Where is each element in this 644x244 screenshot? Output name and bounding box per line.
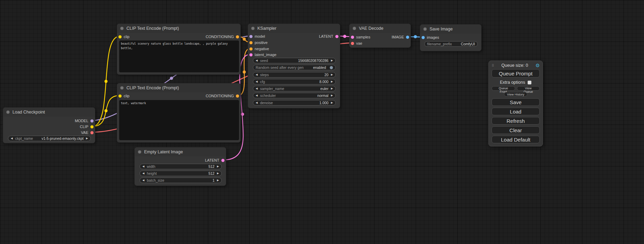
input-slot-clip[interactable]: clip: [118, 94, 130, 98]
output-slot-model[interactable]: MODEL: [75, 119, 94, 123]
node-title-bar[interactable]: VAE Decode: [350, 24, 411, 33]
increment-arrow-icon[interactable]: ▶: [217, 165, 219, 168]
ckpt-name-widget[interactable]: ◀ ckpt_name v1-5-pruned-emaonly.ckpt ▶: [8, 136, 91, 141]
filename-prefix-widget[interactable]: filename_prefix ComfyUI: [424, 41, 478, 47]
socket-dot[interactable]: [90, 131, 94, 134]
clear-button[interactable]: Clear: [492, 126, 540, 134]
cfg-widget[interactable]: ◀ cfg 8.000 ▶: [253, 79, 336, 84]
socket-dot[interactable]: [236, 94, 239, 98]
node-clip-text-encode-negative[interactable]: CLIP Text Encode (Prompt) clip CONDITION…: [117, 83, 241, 143]
width-widget[interactable]: ◀ width 512 ▶: [140, 164, 222, 169]
collapse-toggle-icon[interactable]: [251, 27, 255, 30]
negative-prompt-textarea[interactable]: text, watermark: [119, 100, 239, 140]
socket-dot[interactable]: [406, 36, 409, 39]
input-slot-positive[interactable]: positive: [249, 40, 267, 45]
input-slot-samples[interactable]: samples: [351, 35, 370, 39]
socket-dot[interactable]: [118, 94, 122, 98]
collapse-toggle-icon[interactable]: [120, 86, 124, 90]
increment-arrow-icon[interactable]: ▶: [331, 59, 333, 62]
positive-prompt-textarea[interactable]: beautiful scenery nature glass bottle la…: [119, 40, 239, 72]
node-title-bar[interactable]: KSampler: [248, 24, 340, 33]
decrement-arrow-icon[interactable]: ◀: [256, 80, 258, 83]
load-default-button[interactable]: Load Default: [492, 136, 540, 143]
collapse-toggle-icon[interactable]: [120, 27, 124, 30]
output-slot-conditioning[interactable]: CONDITIONING: [206, 94, 239, 98]
settings-gear-icon[interactable]: ⚙: [535, 63, 540, 68]
increment-arrow-icon[interactable]: ▶: [217, 179, 219, 182]
queue-front-button[interactable]: Queue Front: [492, 86, 515, 91]
output-slot-image[interactable]: IMAGE: [392, 35, 409, 39]
drag-handle-icon[interactable]: ⠿: [492, 64, 494, 67]
input-slot-model[interactable]: model: [249, 34, 265, 38]
input-slot-latent-image[interactable]: latent_image: [249, 53, 276, 57]
collapse-toggle-icon[interactable]: [423, 27, 427, 31]
extra-options-checkbox[interactable]: [528, 81, 531, 84]
socket-dot[interactable]: [236, 35, 239, 38]
height-widget[interactable]: ◀ height 512 ▶: [140, 171, 222, 176]
increment-arrow-icon[interactable]: ▶: [331, 87, 333, 90]
sampler-name-widget[interactable]: ◀ sampler_name euler ▶: [253, 86, 336, 91]
node-title-bar[interactable]: CLIP Text Encode (Prompt): [117, 83, 240, 92]
node-ksampler[interactable]: KSampler model positive negative latent_…: [248, 24, 340, 108]
socket-dot[interactable]: [335, 35, 338, 38]
node-save-image[interactable]: Save Image images filename_prefix ComfyU…: [420, 24, 482, 51]
node-empty-latent-image[interactable]: Empty Latent Image LATENT ◀ width 512 ▶ …: [134, 147, 226, 186]
input-slot-negative[interactable]: negative: [249, 47, 269, 51]
input-slot-images[interactable]: images: [422, 35, 439, 39]
decrement-arrow-icon[interactable]: ◀: [256, 101, 258, 104]
socket-dot[interactable]: [118, 35, 122, 38]
queue-prompt-button[interactable]: Queue Prompt: [492, 69, 540, 78]
view-queue-button[interactable]: View Queue: [517, 86, 540, 91]
socket-dot[interactable]: [422, 36, 425, 39]
socket-dot[interactable]: [249, 41, 253, 44]
collapse-toggle-icon[interactable]: [138, 150, 141, 154]
save-button[interactable]: Save: [492, 98, 540, 106]
toggle-on-icon[interactable]: [330, 66, 333, 69]
socket-dot[interactable]: [221, 159, 224, 162]
node-title-bar[interactable]: CLIP Text Encode (Prompt): [117, 24, 240, 33]
node-title-bar[interactable]: Load Checkpoint: [3, 108, 95, 117]
seed-widget[interactable]: ◀ seed 156680208700286 ▶: [253, 58, 336, 63]
socket-dot[interactable]: [351, 36, 354, 39]
increment-arrow-icon[interactable]: ▶: [331, 73, 333, 76]
decrement-arrow-icon[interactable]: ◀: [256, 87, 258, 90]
graph-canvas[interactable]: Load Checkpoint MODEL CLIP VAE ◀ ckpt_na…: [0, 0, 644, 244]
socket-dot[interactable]: [90, 119, 94, 123]
random-seed-toggle-widget[interactable]: Random seed after every gen enabled: [253, 65, 336, 70]
decrement-arrow-icon[interactable]: ◀: [142, 165, 144, 168]
socket-dot[interactable]: [351, 42, 354, 45]
output-slot-conditioning[interactable]: CONDITIONING: [206, 35, 239, 39]
collapse-toggle-icon[interactable]: [353, 27, 356, 30]
decrement-arrow-icon[interactable]: ◀: [256, 73, 258, 76]
denoise-widget[interactable]: ◀ denoise 1.000 ▶: [253, 100, 336, 106]
node-title-bar[interactable]: Empty Latent Image: [135, 147, 226, 156]
node-title-bar[interactable]: Save Image: [420, 25, 481, 34]
socket-dot[interactable]: [249, 53, 253, 56]
increment-arrow-icon[interactable]: ▶: [331, 94, 333, 97]
decrement-arrow-icon[interactable]: ◀: [142, 172, 144, 175]
refresh-button[interactable]: Refresh: [492, 117, 540, 125]
node-vae-decode[interactable]: VAE Decode samples vae IMAGE: [349, 24, 411, 48]
socket-dot[interactable]: [249, 47, 253, 51]
decrement-arrow-icon[interactable]: ◀: [256, 59, 258, 62]
collapse-toggle-icon[interactable]: [6, 110, 10, 114]
input-slot-clip[interactable]: clip: [118, 35, 130, 39]
output-slot-latent[interactable]: LATENT: [205, 158, 224, 162]
scheduler-widget[interactable]: ◀ scheduler normal ▶: [253, 93, 336, 98]
output-slot-clip[interactable]: CLIP: [80, 125, 94, 129]
increment-arrow-icon[interactable]: ▶: [217, 172, 219, 175]
decrement-arrow-icon[interactable]: ◀: [142, 179, 144, 182]
decrement-arrow-icon[interactable]: ◀: [256, 94, 258, 97]
increment-arrow-icon[interactable]: ▶: [86, 137, 88, 140]
view-history-button[interactable]: View History: [504, 92, 528, 97]
input-slot-vae[interactable]: vae: [351, 41, 362, 45]
batch-size-widget[interactable]: ◀ batch_size 1 ▶: [140, 178, 222, 183]
output-slot-latent[interactable]: LATENT: [319, 34, 338, 38]
node-load-checkpoint[interactable]: Load Checkpoint MODEL CLIP VAE ◀ ckpt_na…: [3, 107, 95, 143]
steps-widget[interactable]: ◀ steps 20 ▶: [253, 72, 336, 78]
output-slot-vae[interactable]: VAE: [81, 130, 94, 135]
socket-dot[interactable]: [90, 125, 94, 128]
socket-dot[interactable]: [249, 35, 253, 38]
increment-arrow-icon[interactable]: ▶: [331, 80, 333, 83]
decrement-arrow-icon[interactable]: ◀: [11, 137, 13, 140]
